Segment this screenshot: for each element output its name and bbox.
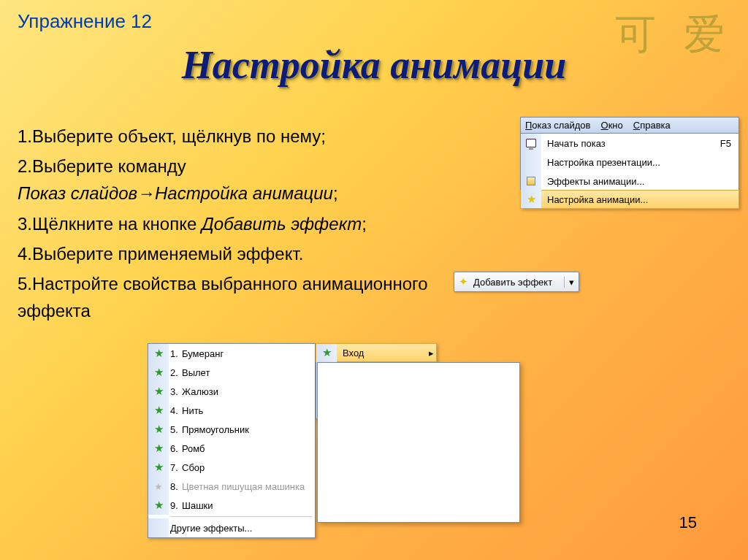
menu-item-animation-effects[interactable]: Эффекты анимации... — [521, 172, 739, 191]
step-2-tail: ; — [333, 183, 338, 203]
effect-more[interactable]: Другие эффекты... — [148, 518, 315, 537]
effect-fly-in[interactable]: ★ 2. Вылет — [148, 363, 315, 382]
menu-bar: Показ слайдов Окно Справка — [521, 118, 739, 134]
star-icon: ★ — [148, 477, 169, 496]
category-entrance[interactable]: ★ Вход ▸ — [316, 343, 437, 362]
step-5: 5.Настройте свойства выбранного анимацио… — [18, 270, 470, 324]
effect-blinds[interactable]: ★ 3. Жалюзи — [148, 382, 315, 401]
star-icon: ★ — [148, 420, 169, 439]
step-3-tail: ; — [362, 214, 367, 234]
menu-window[interactable]: Окно — [601, 120, 623, 131]
menu-item-custom-animation[interactable]: ★ Настройка анимации... — [520, 190, 739, 209]
star-icon: ★ — [148, 439, 169, 458]
step-2: 2.Выберите команду Показ слайдов→Настрой… — [18, 153, 470, 207]
separator — [170, 516, 312, 517]
star-icon: ★ — [316, 344, 337, 361]
menu-item-setup-show[interactable]: Настройка презентации... — [521, 153, 739, 172]
star-icon: ★ — [148, 382, 169, 401]
monitor-icon — [521, 134, 541, 153]
effect-boomerang[interactable]: ★ 1. Бумеранг — [148, 344, 315, 363]
instruction-text: 1.Выберите объект, щёлкнув по нему; 2.Вы… — [18, 123, 470, 327]
step-2-lead: 2.Выберите команду — [18, 156, 186, 176]
exercise-label: Упражнение 12 — [18, 10, 152, 33]
add-effect-label: Добавить эффект — [472, 277, 564, 288]
effect-assemble[interactable]: ★ 7. Сбор — [148, 458, 315, 477]
star-icon: ★ — [148, 344, 169, 363]
menu-item-start-show[interactable]: Начать показ F5 — [521, 134, 739, 153]
step-4: 4.Выберите применяемый эффект. — [18, 240, 470, 267]
effect-thread[interactable]: ★ 4. Нить — [148, 401, 315, 420]
shortcut-label: F5 — [720, 138, 739, 149]
star-icon: ★ — [148, 496, 169, 515]
box-icon — [521, 172, 541, 191]
step-2-command: Показ слайдов→Настройка анимации — [18, 183, 333, 203]
menu-help[interactable]: Справка — [633, 120, 671, 131]
slideshow-menu-panel: Показ слайдов Окно Справка Начать показ … — [520, 117, 739, 209]
menu-slideshow[interactable]: Показ слайдов — [525, 120, 591, 131]
effect-color-typewriter[interactable]: ★ 8. Цветная пишущая машинка — [148, 477, 315, 496]
slide-title: Настройка анимации — [0, 42, 748, 88]
add-effect-button[interactable]: ✦ Добавить эффект ▾ — [454, 272, 579, 292]
star-icon: ★ — [148, 363, 169, 382]
step-3-lead: 3.Щёлкните на кнопке — [18, 214, 202, 234]
step-1: 1.Выберите объект, щёлкнув по нему; — [18, 123, 470, 150]
step-3-button: Добавить эффект — [202, 214, 362, 234]
dropdown-caret-icon: ▾ — [564, 277, 579, 288]
effect-box[interactable]: ★ 5. Прямоугольник — [148, 420, 315, 439]
page-number: 15 — [679, 513, 697, 532]
star-icon: ★ — [148, 401, 169, 420]
submenu-arrow-icon: ▸ — [426, 348, 436, 358]
star-icon: ★ — [521, 191, 541, 208]
menu-list: Начать показ F5 Настройка презентации...… — [521, 134, 739, 209]
effect-diamond[interactable]: ★ 6. Ромб — [148, 439, 315, 458]
step-3: 3.Щёлкните на кнопке Добавить эффект; — [18, 210, 470, 237]
effects-list-panel: ★ 1. Бумеранг ★ 2. Вылет ★ 3. Жалюзи ★ 4… — [148, 343, 316, 538]
star-icon: ★ — [148, 458, 169, 477]
star-icon: ✦ — [454, 276, 472, 288]
effect-checkerboard[interactable]: ★ 9. Шашки — [148, 496, 315, 515]
submenu-flyout — [317, 362, 520, 523]
